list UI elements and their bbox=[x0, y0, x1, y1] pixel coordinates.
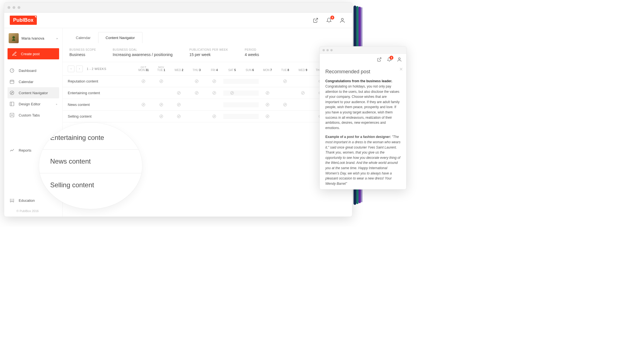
sidebar-item-design-editor[interactable]: Design Editor ▸ bbox=[8, 98, 59, 110]
calendar-cell[interactable] bbox=[170, 102, 188, 107]
svg-marker-47 bbox=[143, 104, 144, 105]
calendar-cell[interactable] bbox=[276, 79, 294, 84]
calendar-cell[interactable] bbox=[223, 79, 241, 84]
meta-label: PUBLICATIONS PER WEEK bbox=[189, 48, 228, 51]
svg-marker-53 bbox=[267, 104, 268, 105]
svg-point-46 bbox=[142, 103, 145, 106]
tab-calendar[interactable]: Calendar bbox=[68, 32, 98, 43]
calendar-cell[interactable] bbox=[205, 91, 223, 96]
calendar-cell[interactable] bbox=[294, 91, 312, 96]
day-column-header: NOVTUE 1 bbox=[152, 66, 170, 72]
compass-icon bbox=[141, 102, 146, 107]
sidebar-item-label: Design Editor bbox=[19, 102, 40, 106]
day-column-header: OCTMON 31 bbox=[135, 66, 152, 72]
next-week-button[interactable]: › bbox=[76, 65, 83, 72]
user-profile-row[interactable]: Maria Ivanova ▸ bbox=[8, 32, 59, 44]
calendar-cell[interactable] bbox=[188, 102, 206, 107]
calendar-cell[interactable] bbox=[276, 114, 294, 119]
calendar-cell[interactable] bbox=[223, 102, 241, 107]
calendar-cell[interactable] bbox=[188, 91, 206, 96]
notification-badge: 3 bbox=[330, 16, 334, 20]
calendar-cell[interactable] bbox=[205, 102, 223, 107]
calendar-cell[interactable] bbox=[188, 79, 206, 84]
sidebar-item-label: Content Navigator bbox=[19, 91, 48, 95]
calendar-cell[interactable] bbox=[294, 79, 312, 84]
calendar-cell[interactable] bbox=[170, 79, 188, 84]
create-post-button[interactable]: Create post bbox=[8, 48, 59, 59]
calendar-cell[interactable] bbox=[241, 114, 259, 119]
external-link-icon[interactable] bbox=[311, 16, 320, 25]
calendar-cell[interactable] bbox=[276, 102, 294, 107]
user-icon[interactable] bbox=[338, 16, 347, 25]
calendar-cell[interactable] bbox=[259, 91, 277, 96]
traffic-light-zoom[interactable] bbox=[18, 6, 20, 9]
calendar-cell[interactable] bbox=[188, 114, 206, 119]
popup-title: Recommended post bbox=[325, 69, 401, 75]
svg-marker-51 bbox=[178, 104, 180, 105]
external-link-icon[interactable] bbox=[376, 56, 382, 62]
sidebar-item-dashboard[interactable]: Dashboard bbox=[8, 65, 59, 76]
calendar-cell[interactable] bbox=[205, 79, 223, 84]
svg-point-30 bbox=[177, 91, 180, 94]
sidebar-item-content-navigator[interactable]: Content Navigator bbox=[8, 87, 59, 98]
calendar-cell[interactable] bbox=[259, 79, 277, 84]
traffic-light-minimize[interactable] bbox=[326, 49, 329, 51]
calendar-cell[interactable] bbox=[152, 114, 170, 119]
traffic-light-close[interactable] bbox=[323, 49, 325, 51]
brand-logo[interactable]: PublBox bbox=[10, 16, 37, 25]
day-column-header: MON 7 bbox=[259, 66, 277, 72]
calendar-cell[interactable] bbox=[259, 102, 277, 107]
calendar-content-row: Reputation content bbox=[63, 76, 352, 87]
calendar-cell[interactable] bbox=[259, 114, 277, 119]
notifications-icon[interactable]: 3 bbox=[325, 16, 333, 25]
calendar-cell[interactable] bbox=[152, 91, 170, 96]
user-name: Maria Ivanova bbox=[21, 36, 54, 40]
calendar-cell[interactable] bbox=[152, 102, 170, 107]
close-icon[interactable]: ✕ bbox=[399, 67, 403, 72]
traffic-light-zoom[interactable] bbox=[330, 49, 333, 51]
svg-rect-10 bbox=[10, 102, 14, 106]
user-icon[interactable] bbox=[396, 56, 402, 62]
prev-week-button[interactable]: ‹ bbox=[68, 65, 74, 72]
calendar-cell[interactable] bbox=[294, 102, 312, 107]
calendar-cell[interactable] bbox=[135, 114, 152, 119]
sidebar-item-calendar[interactable]: Calendar bbox=[8, 76, 59, 87]
compass-icon bbox=[194, 79, 199, 84]
calendar-cell[interactable] bbox=[135, 79, 152, 84]
compass-icon bbox=[212, 114, 217, 119]
calendar-cell[interactable] bbox=[276, 91, 294, 96]
popup-example-label: Example of a post for a fashion designer… bbox=[325, 135, 391, 139]
traffic-light-close[interactable] bbox=[8, 6, 10, 9]
calendar-cell[interactable] bbox=[294, 114, 312, 119]
calendar-cell[interactable] bbox=[241, 102, 259, 107]
notifications-icon[interactable]: 3 bbox=[386, 56, 392, 62]
calendar-content-row: Selling content bbox=[63, 111, 352, 122]
sidebar-item-education[interactable]: Education bbox=[8, 195, 59, 206]
calendar-cell[interactable] bbox=[135, 91, 152, 96]
calendar-cell[interactable] bbox=[135, 102, 152, 107]
svg-marker-31 bbox=[178, 92, 180, 93]
compass-icon bbox=[194, 91, 199, 96]
calendar-cell[interactable] bbox=[152, 79, 170, 84]
calendar-cell[interactable] bbox=[241, 79, 259, 84]
sidebar-item-label: Reports bbox=[19, 148, 32, 152]
calendar-cell[interactable] bbox=[170, 114, 188, 119]
sidebar-item-custom-tabs[interactable]: Custom Tabs bbox=[8, 110, 59, 121]
calendar-cell[interactable] bbox=[223, 114, 241, 119]
calendar-header-row: ‹ › 1 - 2 WEEKS OCTMON 31NOVTUE 1 WED 2 … bbox=[63, 62, 352, 76]
meta-value: Increasing awareness / positioning bbox=[113, 52, 173, 57]
calendar-content-row: Entertaining content bbox=[63, 87, 352, 99]
svg-point-2 bbox=[12, 36, 15, 39]
calendar-cell[interactable] bbox=[170, 91, 188, 96]
compass-icon bbox=[229, 91, 234, 96]
svg-point-1 bbox=[341, 18, 343, 20]
meta-label: BUSINESS GOAL bbox=[113, 48, 173, 51]
svg-marker-19 bbox=[161, 81, 162, 82]
tab-content-navigator[interactable]: Content Navigator bbox=[98, 32, 142, 43]
zoom-item: Selling content bbox=[39, 173, 142, 197]
calendar-cell[interactable] bbox=[223, 91, 241, 96]
calendar-cell[interactable] bbox=[205, 114, 223, 119]
calendar-cell[interactable] bbox=[241, 91, 259, 96]
traffic-light-minimize[interactable] bbox=[13, 6, 15, 9]
compass-icon bbox=[176, 102, 181, 107]
